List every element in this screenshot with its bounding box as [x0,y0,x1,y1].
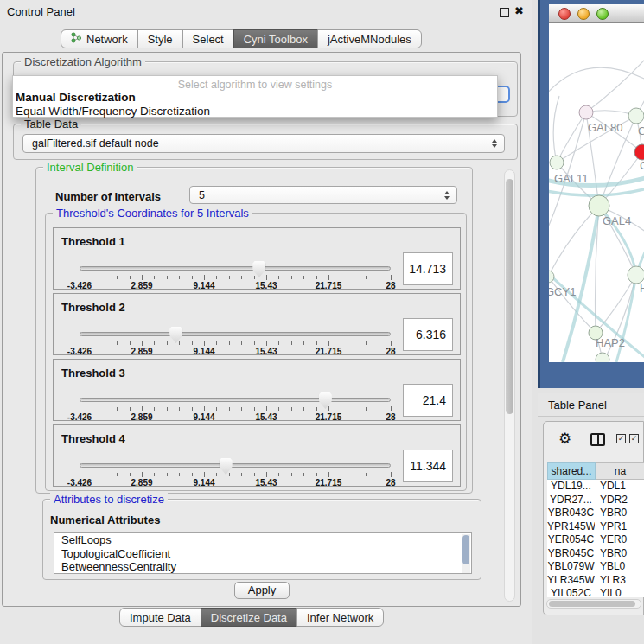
numerical-attributes-list[interactable]: SelfLoopsTopologicalCoefficientBetweenne… [54,532,472,574]
tick-mark [366,473,367,476]
panel-scrollbar-thumb[interactable] [506,179,513,414]
tab-cyni-toolbox[interactable]: Cyni Toolbox [233,29,318,48]
slider-track[interactable] [80,266,391,271]
node-label: GAL11 [554,172,589,185]
list-item-betweennesscentrality[interactable]: BetweennessCentrality [54,560,471,574]
tick-label: 28 [386,347,395,356]
table-hscrollbar-thumb[interactable] [549,601,635,607]
float-window-icon[interactable] [500,8,509,17]
table-row[interactable]: YBL079WYBL0 [547,560,644,574]
tab-jactivemnodules[interactable]: jActiveMNodules [317,29,422,48]
tick-mark [154,341,155,345]
tick-mark [328,341,329,346]
tick-label: 21.715 [316,478,342,488]
cell-shared-name: YER054C [547,533,595,547]
list-item-topologicalcoefficient[interactable]: TopologicalCoefficient [54,547,471,561]
list-scrollbar-thumb[interactable] [462,535,469,564]
threshold-slider-4[interactable]: -3.4262.8599.14415.4321.71528 [80,458,391,486]
node-attribute-table[interactable]: shared...naYDL19...YDL1YDR27...YDR2YBR04… [547,462,644,597]
threshold-slider-2[interactable]: -3.4262.8599.14415.4321.71528 [80,327,391,354]
tick-label: 9.144 [193,478,214,488]
threshold-value-field[interactable]: 21.4 [403,384,453,417]
popup-item-equal-width-frequency-discretization[interactable]: Equal Width/Frequency Discretization [16,105,210,118]
threshold-slider-1[interactable]: -3.4262.8599.14415.4321.71528 [80,261,391,289]
network-node-gal80[interactable] [579,105,593,119]
network-window-titlebar[interactable] [549,4,644,23]
tick-mark [192,341,193,345]
slider-thumb[interactable] [169,327,182,343]
apply-button[interactable]: Apply [234,582,290,599]
slider-track[interactable] [80,463,391,468]
tab-infer-network[interactable]: Infer Network [296,608,384,627]
tick-mark [241,407,242,411]
network-node-ga[interactable] [628,108,644,124]
slider-track[interactable] [80,398,391,402]
minimize-traffic-light-icon[interactable] [577,8,590,20]
table-row[interactable]: YPR145WYPR1 [547,520,644,534]
tab-discretize-data[interactable]: Discretize Data [201,608,297,627]
threshold-value-field[interactable]: 6.316 [403,318,453,351]
cell-name: YBR0 [595,507,644,520]
tick-mark [291,407,292,411]
gear-icon[interactable]: ⚙ [558,430,571,447]
list-item-selfloops[interactable]: SelfLoops [54,533,471,547]
network-node[interactable] [596,353,609,362]
tick-mark [291,473,292,476]
tick-mark [391,406,392,411]
checkbox-icon[interactable]: ✓ [629,434,639,443]
tab-select[interactable]: Select [182,29,234,48]
table-row[interactable]: YIL052CYIL0 [547,587,644,597]
cell-name: YPR1 [595,520,644,534]
network-graph: GAL80GACGAL11GAL4GCY1HHAP2 [549,23,644,362]
tick-mark [341,341,341,345]
close-traffic-light-icon[interactable] [558,8,571,20]
node-label: GCY1 [549,285,576,298]
threshold-value-field[interactable]: 14.713 [403,252,453,285]
popup-item-manual-discretization[interactable]: Manual Discretization [16,91,136,104]
tick-mark [142,275,143,280]
node-label: C [640,159,644,172]
table-row[interactable]: YLR345WYLR3 [547,574,644,588]
checkbox-icon[interactable]: ✓ [616,434,626,443]
zoom-traffic-light-icon[interactable] [596,8,609,20]
tick-mark [328,406,329,411]
tick-label: 28 [386,281,395,290]
network-node-gal4[interactable] [589,195,609,216]
tab-style[interactable]: Style [137,29,183,48]
close-icon[interactable]: ✖ [514,4,524,17]
tick-label: 21.715 [316,412,342,422]
tick-mark [105,341,105,345]
table-row[interactable]: YDR27...YDR2 [547,494,644,507]
table-row[interactable]: YBR043CYBR0 [547,507,644,520]
tab-network[interactable]: Network [61,29,138,48]
tick-mark [229,341,230,345]
network-canvas[interactable]: GAL80GACGAL11GAL4GCY1HHAP2 [549,23,644,362]
threshold-value-field[interactable]: 11.344 [403,450,453,482]
threshold-slider-3[interactable]: -3.4262.8599.14415.4321.71528 [80,392,391,420]
network-node-gal11[interactable] [550,156,564,169]
panel-scrollbar[interactable] [504,169,515,602]
table-data-combobox[interactable]: galFiltered.sif default node [22,134,505,153]
slider-thumb[interactable] [319,392,332,409]
column-header-shared-name[interactable]: shared... [547,462,596,480]
tab-impute-data[interactable]: Impute Data [119,608,201,627]
table-row[interactable]: YDL19...YDL1 [547,480,644,494]
tick-mark [130,473,131,476]
column-header-name[interactable]: na [596,462,644,480]
tick-mark [303,341,304,345]
threshold-panel-2: Threshold 2-3.4262.8599.14415.4321.71528… [53,293,461,355]
node-label: HAP2 [596,336,625,349]
table-row[interactable]: YER054CYER0 [547,533,644,547]
list-scrollbar[interactable] [462,534,470,574]
tick-mark [142,341,143,346]
network-node-h[interactable] [628,266,644,284]
table-hscrollbar[interactable] [546,599,641,609]
slider-thumb[interactable] [220,458,233,475]
table-row[interactable]: YBR045CYBR0 [547,547,644,561]
table-data-selected-value: galFiltered.sif default node [32,137,159,150]
slider-track[interactable] [80,332,391,336]
network-node-gcy1[interactable] [549,271,554,283]
num-intervals-combobox[interactable]: 5 [189,186,457,204]
threshold-label: Threshold 4 [61,432,125,445]
split-view-icon[interactable] [590,433,605,446]
